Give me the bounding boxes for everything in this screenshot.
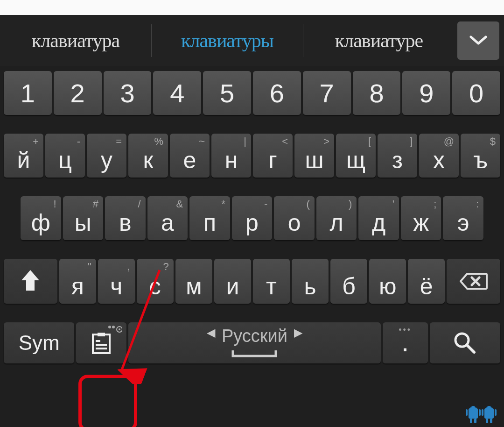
alt-char: [: [368, 135, 371, 148]
backspace-icon: [460, 272, 488, 291]
row1-key-г[interactable]: <г: [253, 134, 293, 178]
alt-char: ': [392, 198, 394, 210]
backspace-key[interactable]: [447, 259, 500, 304]
row1-key-у[interactable]: =у: [87, 134, 126, 178]
row2-key-ы[interactable]: #ы: [63, 196, 104, 240]
alt-char: &: [176, 198, 183, 210]
row3-key-ь[interactable]: ь: [292, 259, 329, 304]
alt-char: @: [444, 135, 454, 148]
svg-point-25: [491, 406, 492, 408]
row3-key-ч[interactable]: ,ч: [98, 259, 135, 304]
key-6[interactable]: 6: [253, 71, 301, 115]
alt-char: ": [88, 261, 91, 273]
row1-key-ъ[interactable]: $ъ: [461, 134, 500, 178]
row1-key-х[interactable]: @х: [419, 134, 459, 178]
key-7[interactable]: 7: [303, 71, 351, 115]
row2-key-э[interactable]: :э: [443, 196, 483, 240]
svg-point-3: [119, 328, 120, 330]
svg-rect-14: [479, 409, 481, 416]
symbols-key[interactable]: Sym: [4, 322, 74, 363]
suggestion-1[interactable]: клавиатура: [0, 29, 151, 52]
row2-key-л[interactable]: )л: [316, 196, 357, 240]
space-icon: [231, 349, 278, 358]
next-lang-icon: ▶: [294, 326, 302, 339]
alt-char: =: [116, 135, 122, 148]
key-0[interactable]: 0: [452, 71, 500, 115]
suggestion-2-selected[interactable]: клавиатуры: [152, 29, 303, 52]
svg-rect-12: [469, 408, 478, 419]
row1-key-е[interactable]: ~е: [170, 134, 210, 178]
row3-key-и[interactable]: и: [214, 259, 251, 304]
key-3[interactable]: 3: [104, 71, 152, 115]
chevron-down-icon: [469, 35, 488, 46]
row1-key-ц[interactable]: -ц: [45, 134, 85, 178]
row1-key-н[interactable]: |н: [211, 134, 251, 178]
row2-key-ж[interactable]: ;ж: [401, 196, 441, 240]
svg-rect-6: [96, 340, 100, 342]
alt-char: :: [476, 198, 479, 210]
shift-arrow-icon: [20, 268, 41, 294]
suggestion-3[interactable]: клавиатуре: [303, 29, 455, 52]
row3-key-м[interactable]: м: [175, 259, 212, 304]
svg-point-0: [108, 326, 111, 328]
row2-key-в[interactable]: /в: [105, 196, 146, 240]
row3-key-с[interactable]: ?с: [137, 259, 174, 304]
row3-key-ю[interactable]: ю: [369, 259, 406, 304]
key-2[interactable]: 2: [54, 71, 102, 115]
key-9[interactable]: 9: [402, 71, 450, 115]
svg-rect-19: [484, 408, 494, 419]
row1-key-к[interactable]: %к: [128, 134, 168, 178]
svg-line-10: [467, 345, 474, 352]
row3-key-я[interactable]: "я: [59, 259, 96, 304]
key-4[interactable]: 4: [153, 71, 201, 115]
clipboard-settings-key[interactable]: [76, 322, 126, 363]
alt-char: ~: [199, 135, 205, 148]
row1-key-з[interactable]: ]з: [378, 134, 417, 178]
row1-key-ш[interactable]: >ш: [294, 134, 334, 178]
row3-key-б[interactable]: б: [330, 259, 367, 304]
android-mascot-icon: [463, 401, 500, 427]
alt-char: $: [490, 135, 496, 148]
alt-char: >: [323, 135, 329, 148]
svg-point-18: [475, 406, 476, 408]
more-punct-icon: •••: [399, 325, 412, 335]
alt-char: ): [349, 198, 352, 210]
row2-key-ф[interactable]: !ф: [21, 196, 61, 240]
alt-char: !: [53, 198, 56, 210]
svg-rect-7: [96, 344, 107, 346]
search-action-key[interactable]: [430, 322, 500, 363]
row3-key-ё[interactable]: ё: [408, 259, 445, 304]
svg-rect-13: [466, 409, 468, 416]
svg-point-17: [470, 406, 472, 408]
number-row: 1 2 3 4 5 6 7 8 9 0: [4, 71, 500, 115]
annotation-highlight-box: [78, 375, 137, 427]
shift-key[interactable]: [4, 259, 57, 304]
row1-key-щ[interactable]: [щ: [336, 134, 376, 178]
row3-key-т[interactable]: т: [253, 259, 290, 304]
row2-key-п[interactable]: *п: [189, 196, 230, 240]
row1-key-й[interactable]: +й: [4, 134, 43, 178]
alt-char: <: [282, 135, 288, 148]
alt-char: #: [93, 198, 98, 210]
row2-key-д[interactable]: 'д: [358, 196, 399, 240]
spacebar[interactable]: ◀ Русский ▶: [128, 322, 380, 363]
alt-char: ?: [163, 261, 169, 273]
key-8[interactable]: 8: [353, 71, 401, 115]
onscreen-keyboard: клавиатура клавиатуры клавиатуре 1 2 3 4…: [0, 15, 504, 427]
letter-row-2: !ф#ы/в&а*п-р(о)л'д;ж:э: [4, 196, 500, 240]
suggestions-expand-button[interactable]: [457, 21, 499, 60]
suggestion-bar: клавиатура клавиатуры клавиатуре: [0, 15, 504, 66]
row2-key-р[interactable]: -р: [232, 196, 273, 240]
svg-rect-5: [98, 333, 105, 336]
alt-char: +: [33, 135, 39, 148]
row2-key-а[interactable]: &а: [147, 196, 188, 240]
prev-lang-icon: ◀: [207, 326, 215, 339]
svg-rect-22: [486, 419, 488, 423]
key-5[interactable]: 5: [203, 71, 251, 115]
row2-key-о[interactable]: (о: [274, 196, 315, 240]
svg-rect-23: [490, 419, 492, 423]
key-1[interactable]: 1: [4, 71, 52, 115]
period-key[interactable]: ••• .: [383, 322, 428, 363]
alt-char: (: [307, 198, 310, 210]
bottom-row: Sym ◀ Русский ▶: [4, 322, 500, 363]
